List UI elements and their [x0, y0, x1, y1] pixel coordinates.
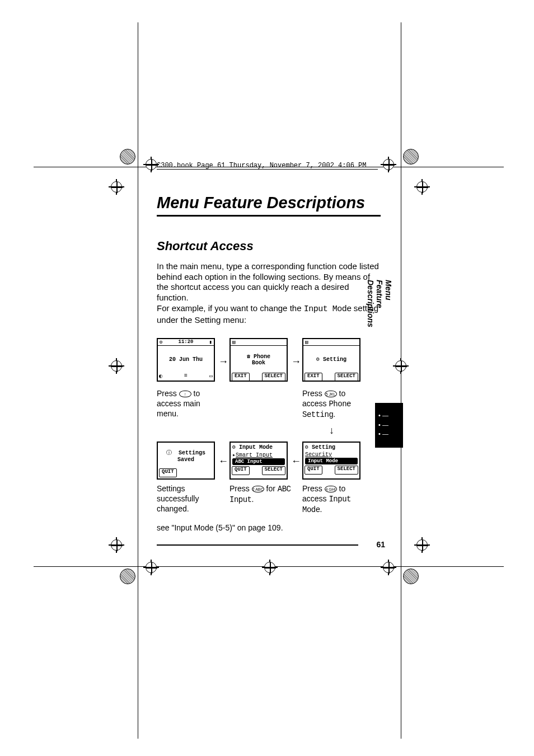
screen-highlight: ABC Input [232, 458, 285, 465]
screen-title: Input Mode [239, 444, 273, 450]
caption-text: . [252, 495, 254, 504]
screen-line: Security [303, 452, 359, 458]
screen-highlight: Input Mode [305, 458, 358, 464]
registration-cross [414, 179, 430, 195]
registration-mark [403, 569, 419, 584]
registration-cross [381, 157, 396, 172]
arrow-left-icon: ← [218, 456, 228, 467]
arrow-right-icon: → [291, 356, 301, 368]
caption: Press 4 GHI to access Input Mode. [302, 483, 364, 515]
softkey-select: SELECT [262, 373, 285, 382]
softkey-select: SELECT [262, 466, 285, 475]
page-title: Menu Feature Descriptions [157, 193, 381, 217]
key-icon: 2 ABC [252, 486, 264, 492]
screen-home: ⚙11:20▮ 20 Jun Thu ◐≡▭ [157, 338, 215, 382]
registration-mark [120, 569, 135, 584]
footer-rule [157, 544, 358, 546]
caption-text: . [333, 410, 335, 419]
key-icon: 5 JKL [325, 391, 337, 397]
registration-cross [414, 537, 430, 553]
arrow-down-icon: ↓ [329, 425, 334, 436]
softkey-select: SELECT [335, 373, 358, 382]
caption-text: Press [229, 484, 252, 493]
screen-line: Settings [179, 450, 205, 456]
print-header: C300.book Page 61 Thursday, November 7, … [157, 162, 366, 170]
body-text: For example, if you want to change the [157, 303, 304, 313]
caption: Settings successfully changed. [157, 483, 218, 514]
crop-line [401, 22, 401, 739]
caption-text: Press [302, 389, 325, 398]
softkey-quit: QUIT [232, 466, 250, 475]
screen-date: 20 Jun Thu [169, 356, 203, 363]
screen-time: 11:20 [178, 339, 193, 345]
arrow-left-icon: ← [291, 456, 301, 467]
registration-mark [403, 149, 419, 165]
section-heading: Shortcut Access [157, 239, 381, 253]
inline-label: Input Mode [304, 304, 352, 314]
registration-mark [120, 149, 135, 165]
screen-line: Book [252, 360, 265, 366]
crop-line [138, 22, 138, 739]
screen-setting-menu: ⚙ Setting Security Input Mode QUITSELECT [302, 442, 360, 480]
screen-setting: ▤ ⚙ Setting EXITSELECT [302, 338, 360, 382]
registration-cross [109, 358, 124, 374]
registration-cross [109, 537, 124, 553]
thumb-tab: • —• —• — [375, 403, 403, 448]
softkey-exit: EXIT [305, 373, 322, 382]
screen-line: Smart Input [236, 452, 273, 458]
caption: Press 2 ABC for ABC Input. [229, 483, 291, 505]
softkey-quit: QUIT [305, 466, 322, 475]
registration-cross [109, 179, 124, 195]
registration-cross [143, 560, 159, 575]
caption-text: for [264, 484, 278, 493]
tab-dots: • —• —• — [378, 411, 388, 439]
screen-saved: ⓘ Settings Saved QUIT [157, 442, 215, 480]
page-number: 61 [376, 540, 385, 549]
screen-phonebook: ▤ ☎ PhoneBook EXITSELECT [229, 338, 288, 382]
caption-text: Press [157, 389, 179, 398]
arrow-right-icon: → [218, 356, 228, 368]
registration-cross [262, 560, 278, 575]
screen-title: Setting [312, 444, 335, 450]
screen-input-mode: ⚙ Input Mode ▸Smart Input ABC Input QUIT… [229, 442, 288, 480]
side-tab-label: Menu Feature Descriptions [366, 280, 393, 327]
caption: Press 5 JKL to access Phone Setting. [302, 388, 364, 420]
softkey-select: SELECT [335, 466, 358, 475]
caption-text: Press [302, 484, 325, 493]
caption-text: . [320, 505, 322, 514]
page-content: Menu Feature Descriptions Shortcut Acces… [157, 193, 381, 325]
screen-line: Phone [254, 354, 270, 360]
see-also: see "Input Mode (5-5)" on page 109. [157, 523, 325, 533]
key-icon: 4 GHI [325, 486, 337, 492]
screen-line: Setting [323, 356, 346, 363]
body-paragraph: In the main menu, type a corresponding f… [157, 261, 381, 303]
registration-cross [393, 358, 409, 374]
screen-line: Saved [177, 457, 194, 463]
registration-cross [381, 560, 396, 575]
key-icon: ↑ [179, 391, 191, 397]
caption: Press ↑ to access main menu. [157, 388, 218, 419]
body-paragraph: For example, if you want to change the I… [157, 303, 381, 326]
softkey-exit: EXIT [232, 373, 250, 382]
softkey-quit: QUIT [159, 468, 177, 477]
